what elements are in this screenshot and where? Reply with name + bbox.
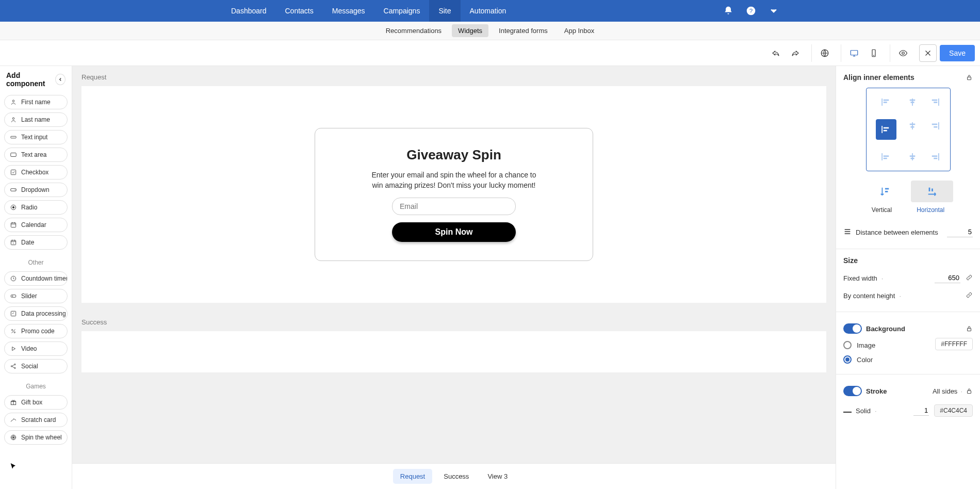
popup-spin-button[interactable]: Spin Now: [392, 222, 516, 242]
all-sides-label[interactable]: All sides: [933, 387, 957, 395]
component-slider[interactable]: Slider: [4, 289, 68, 303]
subnav-recommendations[interactable]: Recommendations: [380, 24, 448, 37]
subnav-widgets[interactable]: Widgets: [452, 24, 488, 37]
distance-input[interactable]: [947, 227, 973, 237]
close-button[interactable]: [919, 44, 937, 62]
link-icon[interactable]: [966, 274, 973, 283]
svg-rect-31: [883, 100, 889, 101]
component-first-name[interactable]: First name: [4, 95, 68, 109]
subnav-app-inbox[interactable]: App Inbox: [558, 24, 601, 37]
align-bottom-left[interactable]: [876, 150, 896, 164]
svg-rect-50: [883, 158, 887, 159]
align-bottom-center[interactable]: [907, 150, 919, 164]
undo-button[interactable]: [767, 44, 785, 62]
align-top-left[interactable]: [876, 95, 896, 109]
align-middle-right[interactable]: [929, 119, 941, 133]
subnav-integrated-forms[interactable]: Integrated forms: [493, 24, 554, 37]
component-data-processing[interactable]: Data processing a: [4, 306, 68, 321]
stroke-color-value[interactable]: #C4C4C4: [934, 404, 973, 417]
mobile-view-button[interactable]: [865, 44, 883, 62]
help-icon[interactable]: ?: [746, 6, 756, 16]
bg-image-radio[interactable]: Image: [843, 338, 875, 352]
popup-email-input[interactable]: [392, 198, 516, 215]
lock-icon[interactable]: [966, 74, 973, 81]
component-calendar[interactable]: Calendar: [4, 218, 68, 232]
orientation-vertical[interactable]: [863, 181, 906, 202]
bg-color-value[interactable]: #FFFFFF: [935, 338, 973, 350]
svg-rect-35: [911, 102, 914, 103]
svg-rect-48: [881, 153, 883, 160]
align-title: Align inner elements: [843, 73, 914, 82]
component-countdown[interactable]: Countdown timer: [4, 271, 68, 286]
component-radio[interactable]: Radio: [4, 200, 68, 215]
share-icon: [10, 363, 17, 370]
svg-rect-52: [910, 155, 916, 157]
background-heading: Background: [866, 325, 905, 333]
align-top-right[interactable]: [929, 95, 941, 109]
solid-label[interactable]: Solid: [856, 407, 871, 415]
desktop-view-button[interactable]: [845, 44, 863, 62]
component-spin-wheel[interactable]: Spin the wheel: [4, 430, 68, 445]
component-dropdown[interactable]: Dropdown: [4, 183, 68, 197]
redo-button[interactable]: [787, 44, 804, 62]
component-promo-code[interactable]: Promo code: [4, 324, 68, 338]
popup-title: Giveaway Spin: [406, 147, 501, 163]
canvas-success[interactable]: [81, 331, 826, 372]
popup-widget[interactable]: Giveaway Spin Enter your email and spin …: [315, 128, 593, 261]
nav-dashboard[interactable]: Dashboard: [222, 0, 276, 22]
lock-icon[interactable]: [966, 387, 973, 395]
lock-icon[interactable]: [966, 325, 973, 332]
align-top-center[interactable]: [907, 95, 919, 109]
background-toggle[interactable]: [843, 323, 862, 334]
component-text-area[interactable]: Text area: [4, 148, 68, 162]
orientation-horizontal[interactable]: [911, 181, 953, 202]
stroke-width-input[interactable]: [913, 405, 929, 416]
align-middle-center[interactable]: [907, 119, 919, 133]
preview-button[interactable]: [894, 44, 912, 62]
section-other: Other: [4, 259, 68, 266]
collapse-panel-button[interactable]: [55, 74, 66, 85]
tab-request[interactable]: Request: [393, 469, 432, 484]
align-bottom-right[interactable]: [929, 150, 941, 164]
bell-icon[interactable]: [723, 6, 733, 16]
component-video[interactable]: Video: [4, 341, 68, 356]
link-icon[interactable]: [966, 291, 973, 300]
component-date[interactable]: 1Date: [4, 235, 68, 250]
tab-success[interactable]: Success: [436, 469, 476, 484]
component-text-input[interactable]: Text input: [4, 130, 68, 144]
component-last-name[interactable]: Last name: [4, 112, 68, 127]
globe-icon[interactable]: [816, 44, 834, 62]
view-label-request: Request: [81, 73, 826, 81]
check-list-icon: [10, 310, 17, 317]
account-chevron-icon[interactable]: [769, 6, 779, 16]
stroke-toggle[interactable]: [843, 386, 862, 396]
nav-contacts[interactable]: Contacts: [276, 0, 323, 22]
checkbox-icon: [10, 169, 17, 176]
clock-icon: [10, 275, 17, 282]
svg-point-26: [14, 367, 15, 368]
nav-messages[interactable]: Messages: [323, 0, 374, 22]
fixed-width-input[interactable]: [935, 273, 960, 283]
component-checkbox[interactable]: Checkbox: [4, 165, 68, 180]
bg-color-radio[interactable]: Color: [843, 352, 875, 367]
align-middle-left[interactable]: [876, 119, 896, 140]
radio-icon: [10, 204, 17, 211]
component-scratch-card[interactable]: Scratch card: [4, 413, 68, 427]
svg-rect-59: [928, 188, 930, 191]
component-social[interactable]: Social: [4, 359, 68, 373]
svg-rect-45: [938, 122, 939, 129]
scratch-icon: [10, 416, 17, 423]
nav-automation[interactable]: Automation: [461, 0, 516, 22]
tab-view-3[interactable]: View 3: [480, 469, 515, 484]
nav-site[interactable]: Site: [429, 0, 460, 22]
distance-label: Distance between elements: [856, 229, 938, 236]
save-button[interactable]: Save: [940, 45, 975, 61]
svg-point-6: [902, 52, 905, 54]
svg-rect-47: [934, 126, 937, 128]
component-gift-box[interactable]: Gift box: [4, 395, 68, 410]
svg-rect-15: [11, 223, 15, 227]
svg-rect-9: [11, 136, 17, 138]
nav-campaigns[interactable]: Campaigns: [374, 0, 430, 22]
canvas-request[interactable]: Giveaway Spin Enter your email and spin …: [81, 86, 826, 303]
svg-rect-53: [911, 158, 914, 159]
